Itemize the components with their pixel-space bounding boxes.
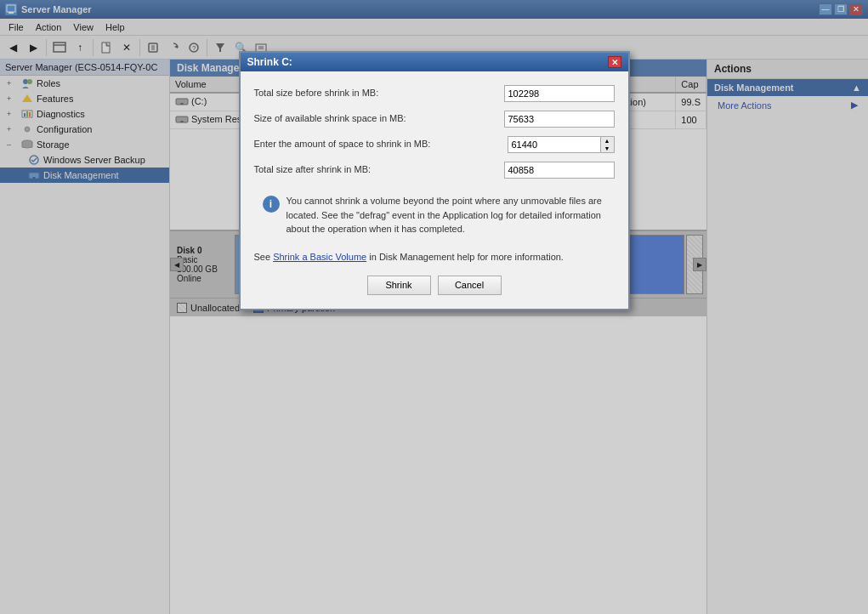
shrink-dialog-title-text: Shrink C: [247, 56, 292, 68]
label-available: Size of available shrink space in MB: [254, 112, 504, 125]
form-row-amount: Enter the amount of space to shrink in M… [254, 136, 615, 153]
info-box: i You cannot shrink a volume beyond the … [254, 187, 615, 243]
amount-spinner: ▲ ▼ [601, 136, 615, 153]
shrink-dialog-body: Total size before shrink in MB: 102298 S… [241, 71, 628, 309]
label-total-before: Total size before shrink in MB: [254, 87, 504, 99]
value-total-after: 40858 [504, 162, 615, 179]
info-icon: i [263, 196, 280, 213]
label-amount: Enter the amount of space to shrink in M… [254, 138, 508, 151]
info-text: You cannot shrink a volume beyond the po… [286, 194, 606, 236]
link-text-area: See Shrink a Basic Volume in Disk Manage… [254, 252, 615, 262]
form-row-available: Size of available shrink space in MB: 75… [254, 111, 615, 128]
amount-input[interactable] [508, 136, 601, 153]
dialog-overlay: Shrink C: ✕ Total size before shrink in … [0, 0, 868, 614]
cancel-button[interactable]: Cancel [438, 276, 502, 295]
link-prefix: See [254, 252, 274, 262]
shrink-basic-volume-link[interactable]: Shrink a Basic Volume [273, 252, 366, 262]
shrink-button[interactable]: Shrink [367, 276, 431, 295]
label-total-after: Total size after shrink in MB: [254, 163, 504, 176]
link-suffix: in Disk Management help for more informa… [366, 252, 564, 262]
form-row-total-after: Total size after shrink in MB: 40858 [254, 162, 615, 179]
form-row-total-before: Total size before shrink in MB: 102298 [254, 85, 615, 102]
shrink-dialog-close-button[interactable]: ✕ [608, 56, 621, 68]
spin-down-btn[interactable]: ▼ [601, 145, 614, 152]
dialog-buttons: Shrink Cancel [254, 272, 615, 295]
spin-up-btn[interactable]: ▲ [601, 137, 614, 145]
value-total-before: 102298 [504, 85, 615, 102]
shrink-dialog: Shrink C: ✕ Total size before shrink in … [239, 51, 630, 310]
value-available: 75633 [504, 111, 615, 128]
input-row-amount: ▲ ▼ [508, 136, 615, 153]
shrink-dialog-title: Shrink C: ✕ [241, 53, 628, 71]
